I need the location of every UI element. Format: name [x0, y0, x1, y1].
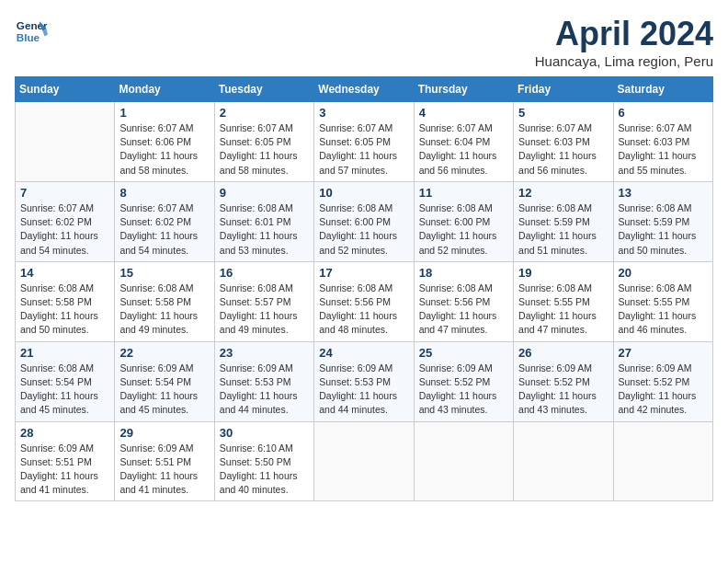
location: Huancaya, Lima region, Peru [535, 53, 713, 69]
day-number: 11 [419, 186, 508, 200]
day-detail: Sunrise: 6:07 AM Sunset: 6:03 PM Dayligh… [619, 121, 708, 178]
logo: General Blue [15, 15, 48, 48]
day-detail: Sunrise: 6:09 AM Sunset: 5:51 PM Dayligh… [119, 442, 209, 498]
day-detail: Sunrise: 6:08 AM Sunset: 6:00 PM Dayligh… [319, 201, 408, 258]
calendar-day-cell: 12Sunrise: 6:08 AM Sunset: 5:59 PM Dayli… [514, 181, 613, 261]
day-number: 1 [119, 106, 209, 120]
day-number: 21 [20, 346, 109, 360]
day-detail: Sunrise: 6:08 AM Sunset: 5:56 PM Dayligh… [319, 282, 408, 338]
calendar-day-cell: 11Sunrise: 6:08 AM Sunset: 6:00 PM Dayli… [414, 181, 513, 261]
calendar-day-cell: 18Sunrise: 6:08 AM Sunset: 5:56 PM Dayli… [414, 261, 513, 341]
day-detail: Sunrise: 6:07 AM Sunset: 6:06 PM Dayligh… [119, 121, 209, 178]
day-number: 14 [20, 266, 109, 280]
day-number: 20 [619, 266, 708, 280]
svg-text:Blue: Blue [17, 31, 40, 43]
day-detail: Sunrise: 6:08 AM Sunset: 5:57 PM Dayligh… [220, 282, 309, 338]
day-number: 18 [419, 266, 508, 280]
title-area: April 2024 Huancaya, Lima region, Peru [535, 15, 713, 69]
calendar-day-cell: 28Sunrise: 6:09 AM Sunset: 5:51 PM Dayli… [16, 421, 115, 501]
calendar-day-cell: 25Sunrise: 6:09 AM Sunset: 5:52 PM Dayli… [414, 341, 513, 421]
day-number: 4 [419, 106, 508, 120]
day-number: 24 [319, 346, 408, 360]
day-number: 3 [319, 106, 408, 120]
day-detail: Sunrise: 6:09 AM Sunset: 5:52 PM Dayligh… [619, 362, 708, 418]
calendar-week-row: 21Sunrise: 6:08 AM Sunset: 5:54 PM Dayli… [16, 341, 713, 421]
weekday-header-cell: Monday [115, 77, 214, 102]
day-number: 25 [419, 346, 508, 360]
weekday-header-cell: Sunday [16, 77, 115, 102]
calendar-day-cell: 23Sunrise: 6:09 AM Sunset: 5:53 PM Dayli… [214, 341, 313, 421]
day-number: 19 [518, 266, 608, 280]
calendar-day-cell: 26Sunrise: 6:09 AM Sunset: 5:52 PM Dayli… [514, 341, 613, 421]
day-number: 27 [619, 346, 708, 360]
calendar-week-row: 7Sunrise: 6:07 AM Sunset: 6:02 PM Daylig… [16, 181, 713, 261]
day-detail: Sunrise: 6:08 AM Sunset: 5:56 PM Dayligh… [419, 282, 508, 338]
calendar-day-cell: 17Sunrise: 6:08 AM Sunset: 5:56 PM Dayli… [314, 261, 414, 341]
day-number: 8 [119, 186, 209, 200]
day-detail: Sunrise: 6:07 AM Sunset: 6:02 PM Dayligh… [20, 201, 109, 258]
calendar-day-cell: 15Sunrise: 6:08 AM Sunset: 5:58 PM Dayli… [115, 261, 214, 341]
calendar-day-cell: 6Sunrise: 6:07 AM Sunset: 6:03 PM Daylig… [613, 102, 712, 182]
calendar-day-cell: 5Sunrise: 6:07 AM Sunset: 6:03 PM Daylig… [514, 102, 613, 182]
day-detail: Sunrise: 6:08 AM Sunset: 5:59 PM Dayligh… [518, 201, 608, 258]
day-detail: Sunrise: 6:07 AM Sunset: 6:04 PM Dayligh… [419, 121, 508, 178]
day-detail: Sunrise: 6:09 AM Sunset: 5:54 PM Dayligh… [119, 362, 209, 418]
day-number: 13 [619, 186, 708, 200]
calendar-week-row: 28Sunrise: 6:09 AM Sunset: 5:51 PM Dayli… [16, 421, 713, 501]
weekday-header-cell: Wednesday [314, 77, 414, 102]
calendar-day-cell [414, 421, 513, 501]
calendar-day-cell: 21Sunrise: 6:08 AM Sunset: 5:54 PM Dayli… [16, 341, 115, 421]
day-number: 12 [518, 186, 608, 200]
weekday-header-cell: Tuesday [214, 77, 313, 102]
day-number: 7 [20, 186, 109, 200]
calendar-day-cell: 2Sunrise: 6:07 AM Sunset: 6:05 PM Daylig… [214, 102, 313, 182]
day-number: 5 [518, 106, 608, 120]
day-detail: Sunrise: 6:08 AM Sunset: 5:55 PM Dayligh… [518, 282, 608, 338]
day-detail: Sunrise: 6:09 AM Sunset: 5:53 PM Dayligh… [319, 362, 408, 418]
weekday-header-cell: Thursday [414, 77, 513, 102]
calendar-day-cell: 3Sunrise: 6:07 AM Sunset: 6:05 PM Daylig… [314, 102, 414, 182]
day-number: 10 [319, 186, 408, 200]
calendar-day-cell: 8Sunrise: 6:07 AM Sunset: 6:02 PM Daylig… [115, 181, 214, 261]
calendar-day-cell: 24Sunrise: 6:09 AM Sunset: 5:53 PM Dayli… [314, 341, 414, 421]
day-detail: Sunrise: 6:08 AM Sunset: 5:55 PM Dayligh… [619, 282, 708, 338]
day-detail: Sunrise: 6:10 AM Sunset: 5:50 PM Dayligh… [220, 442, 309, 498]
calendar-day-cell: 22Sunrise: 6:09 AM Sunset: 5:54 PM Dayli… [115, 341, 214, 421]
month-title: April 2024 [535, 15, 713, 53]
calendar-day-cell [613, 421, 712, 501]
day-detail: Sunrise: 6:07 AM Sunset: 6:03 PM Dayligh… [518, 121, 608, 178]
weekday-header-row: SundayMondayTuesdayWednesdayThursdayFrid… [16, 77, 713, 102]
calendar-day-cell: 4Sunrise: 6:07 AM Sunset: 6:04 PM Daylig… [414, 102, 513, 182]
day-number: 23 [220, 346, 309, 360]
day-detail: Sunrise: 6:07 AM Sunset: 6:02 PM Dayligh… [119, 201, 209, 258]
day-detail: Sunrise: 6:07 AM Sunset: 6:05 PM Dayligh… [220, 121, 309, 178]
day-detail: Sunrise: 6:09 AM Sunset: 5:53 PM Dayligh… [220, 362, 309, 418]
day-detail: Sunrise: 6:07 AM Sunset: 6:05 PM Dayligh… [319, 121, 408, 178]
calendar-day-cell: 9Sunrise: 6:08 AM Sunset: 6:01 PM Daylig… [214, 181, 313, 261]
day-number: 26 [518, 346, 608, 360]
calendar-body: 1Sunrise: 6:07 AM Sunset: 6:06 PM Daylig… [16, 102, 713, 501]
day-number: 9 [220, 186, 309, 200]
day-number: 15 [119, 266, 209, 280]
day-number: 6 [619, 106, 708, 120]
weekday-header-cell: Saturday [613, 77, 712, 102]
calendar-day-cell [314, 421, 414, 501]
calendar-day-cell: 30Sunrise: 6:10 AM Sunset: 5:50 PM Dayli… [214, 421, 313, 501]
calendar-week-row: 1Sunrise: 6:07 AM Sunset: 6:06 PM Daylig… [16, 102, 713, 182]
calendar-week-row: 14Sunrise: 6:08 AM Sunset: 5:58 PM Dayli… [16, 261, 713, 341]
day-number: 17 [319, 266, 408, 280]
day-detail: Sunrise: 6:09 AM Sunset: 5:52 PM Dayligh… [419, 362, 508, 418]
calendar-table: SundayMondayTuesdayWednesdayThursdayFrid… [15, 76, 713, 501]
day-number: 2 [220, 106, 309, 120]
day-number: 28 [20, 426, 109, 440]
calendar-day-cell [16, 102, 115, 182]
day-detail: Sunrise: 6:08 AM Sunset: 5:58 PM Dayligh… [119, 282, 209, 338]
day-detail: Sunrise: 6:08 AM Sunset: 5:54 PM Dayligh… [20, 362, 109, 418]
weekday-header-cell: Friday [514, 77, 613, 102]
calendar-day-cell: 16Sunrise: 6:08 AM Sunset: 5:57 PM Dayli… [214, 261, 313, 341]
day-detail: Sunrise: 6:09 AM Sunset: 5:51 PM Dayligh… [20, 442, 109, 498]
day-number: 22 [119, 346, 209, 360]
day-detail: Sunrise: 6:08 AM Sunset: 5:59 PM Dayligh… [619, 201, 708, 258]
calendar-day-cell [514, 421, 613, 501]
calendar-day-cell: 1Sunrise: 6:07 AM Sunset: 6:06 PM Daylig… [115, 102, 214, 182]
